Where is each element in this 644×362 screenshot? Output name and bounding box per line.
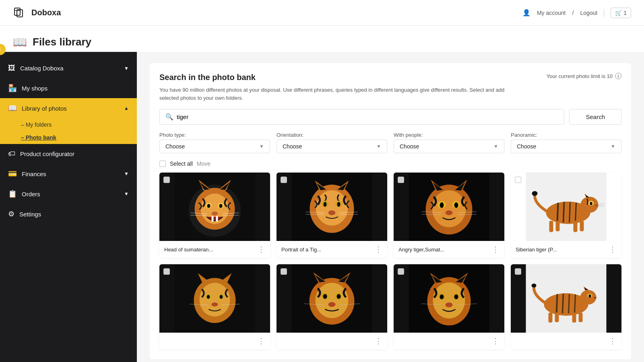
- filter-orientation-select[interactable]: Choose ▼: [277, 140, 387, 153]
- photo-card-6-image: [277, 264, 387, 333]
- photo-card-4-image: [511, 173, 621, 241]
- filter-orientation-chevron-icon: ▼: [376, 144, 381, 149]
- svg-point-101: [433, 282, 465, 319]
- svg-rect-62: [556, 221, 560, 231]
- sidebar-subitem-photobank[interactable]: – Photo bank: [0, 131, 137, 144]
- svg-point-92: [328, 302, 336, 307]
- svg-point-79: [220, 295, 223, 299]
- svg-rect-121: [555, 313, 559, 322]
- photo-card-8-menu-icon[interactable]: ⋮: [609, 337, 617, 346]
- photo-card-1: Head of sumateran... ⋮: [159, 173, 270, 258]
- sidebar-item-settings[interactable]: ⚙ Settings: [0, 204, 137, 224]
- photo-card-7-menu-icon[interactable]: ⋮: [492, 337, 500, 346]
- photo-card-2-checkbox[interactable]: [281, 177, 287, 183]
- page-title-icon: 📖: [13, 35, 27, 49]
- photo-grid: Head of sumateran... ⋮: [159, 173, 621, 350]
- photo-limit-text: Your current photo limit is 10: [547, 73, 613, 79]
- photo-card-5: ⋮: [159, 264, 270, 350]
- sidebar-item-productconfig[interactable]: 🏷 Product configurator: [0, 144, 137, 164]
- filter-photo-type-select[interactable]: Choose ▼: [159, 140, 270, 153]
- library-icon: 📖: [8, 104, 17, 113]
- filter-photo-type: Photo type: Choose ▼: [159, 132, 270, 153]
- sidebar-item-myshops[interactable]: 🏪 My shops: [0, 78, 137, 98]
- svg-rect-122: [572, 313, 576, 323]
- svg-point-105: [454, 294, 458, 299]
- svg-rect-123: [579, 313, 583, 322]
- svg-line-119: [575, 294, 576, 313]
- filter-with-people-select[interactable]: Choose ▼: [394, 140, 504, 153]
- cart-button[interactable]: 🛒 1: [611, 8, 631, 18]
- sidebar-sub-dash-myfolders: –: [21, 121, 26, 128]
- move-button[interactable]: Move: [197, 160, 211, 167]
- photo-card-1-menu-icon[interactable]: ⋮: [258, 245, 265, 254]
- photo-card-3-footer: Angry tiger,Sumat... ⋮: [394, 241, 504, 258]
- photo-card-3-checkbox[interactable]: [398, 177, 404, 183]
- page-title: Files library: [33, 36, 91, 48]
- svg-point-40: [432, 190, 466, 227]
- search-button[interactable]: Search: [569, 109, 621, 125]
- photo-card-5-checkbox[interactable]: [163, 268, 170, 275]
- select-all-checkbox[interactable]: [159, 160, 166, 167]
- svg-point-27: [324, 202, 327, 207]
- sidebar-label-catalog: Catalog Doboxa: [20, 65, 64, 72]
- header-account-icon: 👤: [522, 9, 530, 16]
- svg-point-106: [446, 302, 453, 307]
- photo-card-3: Angry tiger,Sumat... ⋮: [394, 173, 504, 258]
- filter-with-people-value: Choose: [400, 143, 419, 150]
- photo-card-6-footer: ⋮: [277, 333, 387, 350]
- svg-rect-64: [580, 221, 584, 231]
- photo-card-1-checkbox[interactable]: [163, 177, 170, 183]
- svg-point-45: [446, 210, 453, 215]
- photo-card-8: ⋮: [511, 264, 621, 350]
- photo-card-4-top: [511, 173, 621, 241]
- filter-with-people-chevron-icon: ▼: [493, 144, 498, 149]
- cart-icon: 🛒: [615, 10, 622, 16]
- photo-card-3-menu-icon[interactable]: ⋮: [492, 245, 500, 254]
- filter-panoramic-value: Choose: [517, 143, 536, 150]
- select-all-row: Select all Move: [159, 160, 621, 167]
- search-magnifier-icon: 🔍: [165, 113, 173, 121]
- my-account-link[interactable]: My account: [537, 10, 566, 16]
- filter-panoramic-select[interactable]: Choose ▼: [511, 140, 621, 153]
- sidebar-item-library[interactable]: 📖 Library of photos ▲: [0, 98, 137, 118]
- sidebar-sub-dash-photobank: –: [21, 134, 26, 141]
- photo-card-6-menu-icon[interactable]: ⋮: [375, 337, 382, 346]
- photo-limit-info-icon[interactable]: ℹ: [615, 73, 621, 79]
- header-divider: [604, 9, 604, 17]
- photo-card-4: Siberian tiger (P... ⋮: [511, 173, 621, 258]
- photo-card-8-checkbox[interactable]: [515, 268, 521, 275]
- sidebar-item-catalog[interactable]: 🖼 Catalog Doboxa ▼: [0, 58, 137, 78]
- svg-line-117: [563, 294, 564, 313]
- photo-card-2-menu-icon[interactable]: ⋮: [375, 245, 382, 254]
- filter-with-people-label: With people:: [394, 132, 504, 138]
- search-input[interactable]: [173, 109, 558, 124]
- filter-photo-type-label: Photo type:: [159, 132, 270, 138]
- photo-card-6-checkbox[interactable]: [281, 268, 287, 275]
- photo-card-7-checkbox[interactable]: [398, 268, 404, 275]
- filters-row: Photo type: Choose ▼ Orientation: Choose…: [159, 132, 621, 153]
- cart-count: 1: [623, 10, 627, 16]
- photo-card-3-title: Angry tiger,Sumat...: [398, 247, 444, 253]
- main-content: Search in the photo bank Your current ph…: [137, 52, 644, 362]
- filter-photo-type-chevron-icon: ▼: [259, 144, 264, 149]
- search-bar-row: 🔍 Search: [159, 109, 621, 125]
- photo-card-4-checkbox[interactable]: [515, 177, 521, 183]
- svg-point-28: [337, 202, 341, 207]
- svg-rect-11: [212, 216, 214, 222]
- sidebar-label-settings: Settings: [19, 211, 41, 218]
- svg-point-65: [532, 191, 538, 196]
- svg-point-126: [589, 294, 591, 298]
- sidebar-subitem-myfolders[interactable]: – My folders: [0, 118, 137, 131]
- orders-chevron-icon: ▼: [124, 191, 129, 197]
- photo-card-5-menu-icon[interactable]: ⋮: [258, 337, 265, 346]
- photo-card-4-menu-icon[interactable]: ⋮: [609, 245, 617, 254]
- sidebar-item-orders[interactable]: 📋 Orders ▼: [0, 184, 137, 204]
- photo-card-5-footer: ⋮: [159, 333, 270, 350]
- filter-panoramic-label: Panoramic:: [511, 132, 621, 138]
- sidebar-sub-library: – My folders – Photo bank: [0, 118, 137, 144]
- sidebar-item-finances[interactable]: 💳 Finances ▼: [0, 164, 137, 184]
- photo-card-3-image: [394, 173, 504, 241]
- svg-point-124: [532, 284, 537, 288]
- select-all-label[interactable]: Select all: [170, 160, 193, 167]
- logout-link[interactable]: Logout: [580, 10, 597, 16]
